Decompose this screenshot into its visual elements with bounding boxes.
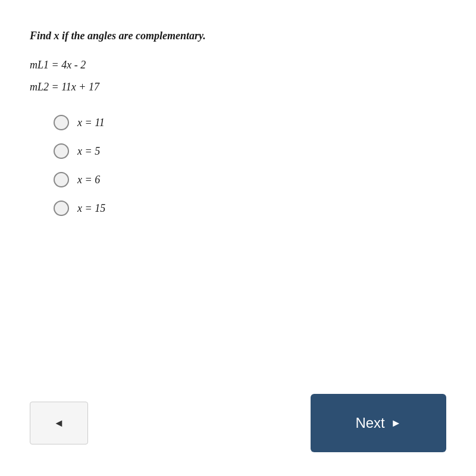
radio-3[interactable] — [54, 172, 69, 187]
equation-1: mL1 = 4x - 2 — [30, 59, 446, 71]
option-2-label: x = 5 — [77, 145, 100, 158]
option-4[interactable]: x = 15 — [54, 201, 446, 216]
radio-1[interactable] — [54, 115, 69, 130]
back-button[interactable]: ◄ — [30, 402, 88, 444]
option-3-label: x = 6 — [77, 174, 100, 186]
option-1-label: x = 11 — [77, 117, 105, 129]
next-button[interactable]: Next ► — [311, 394, 446, 452]
equation-2: mL2 = 11x + 17 — [30, 81, 446, 93]
buttons-row: ◄ Next ► — [30, 358, 446, 452]
next-button-label: Next — [355, 415, 384, 431]
radio-2[interactable] — [54, 143, 69, 159]
page-container: Find x if the angles are complementary. … — [0, 0, 476, 476]
option-1[interactable]: x = 11 — [54, 115, 446, 130]
radio-4[interactable] — [54, 201, 69, 216]
option-2[interactable]: x = 5 — [54, 143, 446, 159]
next-arrow-icon: ► — [391, 417, 402, 430]
option-4-label: x = 15 — [77, 202, 105, 215]
back-arrow-icon: ◄ — [54, 417, 64, 430]
option-3[interactable]: x = 6 — [54, 172, 446, 187]
question-title: Find x if the angles are complementary. — [30, 30, 446, 42]
options-container: x = 11 x = 5 x = 6 x = 15 — [30, 115, 446, 216]
